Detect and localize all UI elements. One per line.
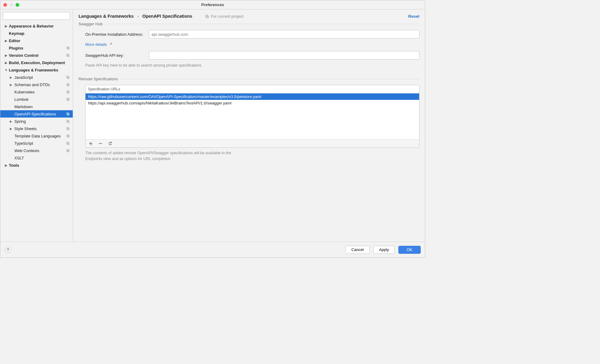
svg-rect-18 <box>67 127 68 129</box>
tree-item-schemas-and-dtds[interactable]: ▶Schemas and DTDs <box>0 81 73 88</box>
svg-rect-22 <box>67 142 68 144</box>
scope-label: For current project <box>211 14 243 19</box>
refresh-icon[interactable] <box>108 141 112 146</box>
tree-item-label: Template Data Languages <box>14 134 61 138</box>
reset-link[interactable]: Reset <box>408 14 419 19</box>
svg-rect-12 <box>67 98 68 100</box>
add-icon[interactable] <box>89 141 93 146</box>
tree-item-label: Keymap <box>9 31 24 36</box>
apply-button[interactable]: Apply <box>373 246 395 254</box>
tree-item-keymap[interactable]: Keymap <box>0 30 73 37</box>
tree-item-label: XSLT <box>14 156 24 160</box>
sidebar: ▶Appearance & BehaviorKeymap▶EditorPlugi… <box>0 9 73 242</box>
remove-icon[interactable] <box>98 141 103 146</box>
dialog-footer: ? Cancel Apply OK <box>0 242 425 257</box>
chevron-right-icon: ▶ <box>5 61 8 64</box>
tree-item-lombok[interactable]: Lombok <box>0 96 73 103</box>
settings-tree: ▶Appearance & BehaviorKeymap▶EditorPlugi… <box>0 22 73 242</box>
tree-item-appearance-behavior[interactable]: ▶Appearance & Behavior <box>0 22 73 30</box>
help-button[interactable]: ? <box>5 246 11 253</box>
tree-item-web-contexts[interactable]: Web Contexts <box>0 147 73 154</box>
window-controls <box>3 3 19 7</box>
tree-item-label: Languages & Frameworks <box>9 68 58 72</box>
external-link-icon <box>109 43 112 46</box>
chevron-right-icon: ▶ <box>5 164 8 167</box>
tree-item-javascript[interactable]: ▶JavaScript <box>0 74 73 81</box>
apikey-hint: Paste API key here to be able to search … <box>79 63 419 67</box>
preferences-window: Preferences ▶Appearance & BehaviorKeymap… <box>0 0 425 258</box>
chevron-right-icon: ▶ <box>9 120 13 123</box>
tree-item-label: TypeScript <box>14 141 33 146</box>
tree-item-typescript[interactable]: TypeScript <box>0 140 73 147</box>
svg-rect-16 <box>67 120 68 122</box>
spec-urls-table: Specification URLs https://raw.githubuse… <box>85 85 419 148</box>
more-details-link[interactable]: More details <box>79 42 419 47</box>
svg-rect-3 <box>68 48 69 49</box>
svg-rect-14 <box>67 113 68 115</box>
close-window-button[interactable] <box>3 3 7 7</box>
minimize-window-button[interactable] <box>9 3 13 7</box>
tree-item-label: Markdown <box>14 104 33 109</box>
main-panel: Languages & Frameworks › OpenAPI Specifi… <box>73 9 425 242</box>
spec-urls-header: Specification URLs <box>86 85 419 93</box>
onpremise-address-input[interactable] <box>149 30 419 38</box>
tree-item-label: Build, Execution, Deployment <box>9 60 65 65</box>
tree-item-label: Lombok <box>14 97 28 102</box>
chevron-right-icon: ▶ <box>9 76 13 79</box>
tree-item-languages-frameworks[interactable]: ▼Languages & Frameworks <box>0 66 73 74</box>
project-scope-icon <box>66 134 70 138</box>
project-scope-icon <box>66 75 70 79</box>
project-scope-icon <box>66 119 70 123</box>
spec-url-row[interactable]: https://api.swaggerhub.com/apis/NikitaKa… <box>86 100 419 106</box>
svg-rect-21 <box>68 136 69 137</box>
tree-item-editor[interactable]: ▶Editor <box>0 37 73 44</box>
svg-rect-4 <box>67 54 68 56</box>
tree-item-markdown[interactable]: Markdown <box>0 103 73 110</box>
svg-rect-13 <box>68 99 69 101</box>
svg-rect-8 <box>67 83 68 85</box>
tree-item-label: Plugins <box>9 46 23 50</box>
breadcrumb-root: Languages & Frameworks <box>79 14 134 19</box>
svg-rect-27 <box>207 16 209 18</box>
tree-item-label: OpenAPI Specifications <box>14 112 56 116</box>
tree-item-label: Version Control <box>9 53 38 58</box>
svg-rect-24 <box>67 149 68 151</box>
svg-rect-20 <box>67 135 68 136</box>
tree-item-version-control[interactable]: ▶Version Control <box>0 52 73 59</box>
tree-item-xslt[interactable]: XSLT <box>0 154 73 162</box>
sidebar-search-input[interactable] <box>3 12 70 20</box>
chevron-right-icon: ▶ <box>5 54 8 57</box>
cancel-button[interactable]: Cancel <box>346 246 369 254</box>
svg-rect-19 <box>68 128 69 130</box>
zoom-window-button[interactable] <box>16 3 19 7</box>
ok-button[interactable]: OK <box>398 246 421 254</box>
svg-rect-23 <box>68 143 69 145</box>
project-scope-icon <box>66 97 70 101</box>
scope-indicator: For current project <box>205 14 243 19</box>
tree-item-openapi-specifications[interactable]: OpenAPI Specifications <box>0 110 73 118</box>
chevron-right-icon: ▶ <box>5 39 8 42</box>
remote-description: The contents of added remote OpenAPI/Swa… <box>79 150 231 162</box>
project-scope-icon <box>66 83 70 86</box>
spec-url-row[interactable]: https://raw.githubusercontent.com/OAI/Op… <box>86 93 419 100</box>
project-scope-icon <box>66 112 70 116</box>
project-scope-icon <box>66 53 70 57</box>
titlebar: Preferences <box>0 0 425 9</box>
tree-item-spring[interactable]: ▶Spring <box>0 118 73 125</box>
tree-item-style-sheets[interactable]: ▶Style Sheets <box>0 125 73 132</box>
tree-item-template-data-languages[interactable]: Template Data Languages <box>0 132 73 140</box>
tree-item-label: Schemas and DTDs <box>14 82 50 87</box>
svg-rect-7 <box>68 77 69 79</box>
tree-item-plugins[interactable]: Plugins <box>0 44 73 52</box>
svg-rect-9 <box>68 84 69 86</box>
breadcrumb-leaf: OpenAPI Specifications <box>142 14 192 19</box>
copy-icon <box>205 14 209 18</box>
tree-item-tools[interactable]: ▶Tools <box>0 162 73 169</box>
address-label: On-Premise Installation Address: <box>85 32 146 37</box>
breadcrumb-separator: › <box>137 14 139 19</box>
svg-rect-26 <box>206 15 208 17</box>
tree-item-kubernetes[interactable]: Kubernetes <box>0 88 73 96</box>
tree-item-build-execution-deployment[interactable]: ▶Build, Execution, Deployment <box>0 59 73 66</box>
tree-item-label: Editor <box>9 38 20 43</box>
swaggerhub-apikey-input[interactable] <box>149 51 419 60</box>
